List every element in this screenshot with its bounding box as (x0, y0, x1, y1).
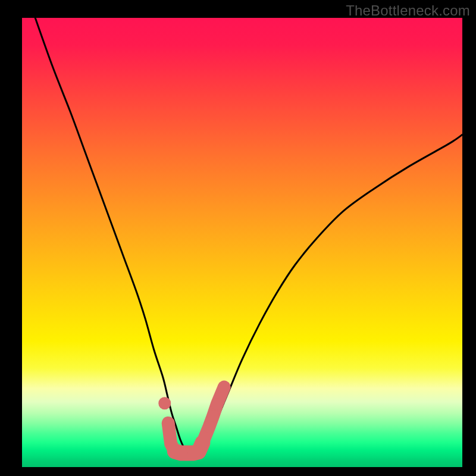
highlight-dot (218, 381, 230, 393)
bottleneck-curve (35, 18, 462, 454)
highlight-dot (203, 421, 215, 433)
highlight-dot (211, 398, 223, 410)
highlight-points (158, 381, 230, 453)
watermark-text: TheBottleneck.com (346, 2, 470, 19)
plot-area (22, 18, 462, 467)
highlight-dot (158, 397, 171, 409)
bottleneck-curve-path (35, 18, 462, 454)
curve-svg (22, 18, 462, 467)
chart-frame: TheBottleneck.com (0, 0, 476, 476)
highlight-dot (207, 410, 219, 422)
